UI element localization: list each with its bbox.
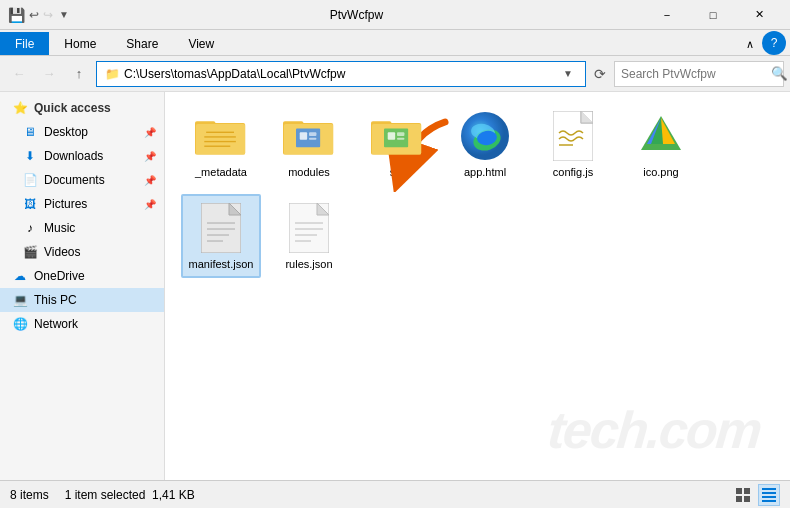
pictures-icon: 🖼 (22, 196, 38, 212)
file-item-apphtml[interactable]: app.html (445, 102, 525, 186)
svg-rect-55 (762, 492, 776, 494)
html-icon-apphtml (459, 110, 511, 162)
svg-rect-19 (397, 132, 404, 136)
sidebar-thispc-label: This PC (34, 293, 156, 307)
svg-rect-17 (384, 129, 408, 148)
svg-rect-10 (296, 129, 320, 148)
file-label-configjs: config.js (553, 166, 593, 178)
status-bar: 8 items 1 item selected 1,41 KB (0, 480, 790, 508)
sidebar-item-downloads[interactable]: ⬇ Downloads 📌 (0, 144, 164, 168)
view-buttons (732, 484, 780, 506)
redo-icon: ↪ (43, 8, 53, 22)
file-item-modules[interactable]: modules (269, 102, 349, 186)
thispc-icon: 💻 (12, 292, 28, 308)
files-grid: _metadata modules (181, 102, 774, 278)
back-button[interactable]: ← (6, 61, 32, 87)
pin-icon-downloads: 📌 (144, 151, 156, 162)
sidebar-item-music[interactable]: ♪ Music (0, 216, 164, 240)
sidebar-desktop-label: Desktop (44, 125, 136, 139)
svg-rect-51 (744, 488, 750, 494)
file-item-metadata[interactable]: _metadata (181, 102, 261, 186)
sidebar-network-label: Network (34, 317, 156, 331)
sidebar-item-network[interactable]: 🌐 Network (0, 312, 164, 336)
json-icon-rulesjson (283, 202, 335, 254)
search-box[interactable]: 🔍 (614, 61, 784, 87)
large-icons-view-button[interactable] (732, 484, 754, 506)
file-label-manifestjson: manifest.json (189, 258, 254, 270)
address-field[interactable] (124, 67, 559, 81)
minimize-button[interactable]: − (644, 0, 690, 30)
maximize-button[interactable]: □ (690, 0, 736, 30)
svg-rect-57 (762, 500, 776, 502)
sidebar-videos-label: Videos (44, 245, 156, 259)
pin-icon-pictures: 📌 (144, 199, 156, 210)
file-item-manifestjson[interactable]: manifest.json (181, 194, 261, 278)
ribbon-expand-icon[interactable]: ∧ (738, 34, 762, 55)
sidebar-item-videos[interactable]: 🎬 Videos (0, 240, 164, 264)
svg-rect-18 (388, 132, 395, 139)
save-icon: 💾 (8, 7, 25, 23)
file-label-modules: modules (288, 166, 330, 178)
title-bar: 💾 ↩ ↪ ▼ PtvWcfpw − □ ✕ (0, 0, 790, 30)
svg-rect-50 (736, 488, 742, 494)
tab-view[interactable]: View (173, 32, 229, 55)
file-item-configjs[interactable]: config.js (533, 102, 613, 186)
svg-rect-20 (397, 138, 404, 140)
music-icon: ♪ (22, 220, 38, 236)
json-icon-manifestjson (195, 202, 247, 254)
svg-rect-53 (744, 496, 750, 502)
sidebar-downloads-label: Downloads (44, 149, 136, 163)
address-bar: ← → ↑ 📁 ▼ ⟳ 🔍 (0, 56, 790, 92)
window-controls[interactable]: − □ ✕ (644, 0, 782, 30)
svg-rect-56 (762, 496, 776, 498)
tab-home[interactable]: Home (49, 32, 111, 55)
file-item-rulesjson[interactable]: rules.json (269, 194, 349, 278)
sidebar-quickaccess-label: Quick access (34, 101, 156, 115)
js-icon-configjs (547, 110, 599, 162)
watermark: tech.com (545, 400, 763, 460)
sidebar-item-thispc[interactable]: 💻 This PC (0, 288, 164, 312)
search-input[interactable] (621, 67, 771, 81)
item-count: 8 items (10, 488, 49, 502)
network-icon: 🌐 (12, 316, 28, 332)
tab-share[interactable]: Share (111, 32, 173, 55)
refresh-button[interactable]: ⟳ (590, 64, 610, 84)
sidebar-music-label: Music (44, 221, 156, 235)
quickaccess-star-icon: ⭐ (12, 100, 28, 116)
sidebar-item-pictures[interactable]: 🖼 Pictures 📌 (0, 192, 164, 216)
up-button[interactable]: ↑ (66, 61, 92, 87)
file-label-metadata: _metadata (195, 166, 247, 178)
sidebar-pictures-label: Pictures (44, 197, 136, 211)
documents-icon: 📄 (22, 172, 38, 188)
sidebar-item-desktop[interactable]: 🖥 Desktop 📌 (0, 120, 164, 144)
forward-button[interactable]: → (36, 61, 62, 87)
folder-icon-src (371, 110, 423, 162)
folder-icon-modules (283, 110, 335, 162)
pin-icon: 📌 (144, 127, 156, 138)
sidebar: ⭐ Quick access 🖥 Desktop 📌 ⬇ Downloads 📌… (0, 92, 165, 480)
address-input-box[interactable]: 📁 ▼ (96, 61, 586, 87)
svg-rect-13 (309, 138, 316, 140)
sidebar-section-quickaccess[interactable]: ⭐ Quick access (0, 96, 164, 120)
search-icon-button[interactable]: 🔍 (771, 66, 788, 81)
window-title: PtvWcfpw (69, 8, 644, 22)
file-item-src[interactable]: src (357, 102, 437, 186)
sidebar-item-onedrive[interactable]: ☁ OneDrive (0, 264, 164, 288)
svg-rect-52 (736, 496, 742, 502)
file-item-icopng[interactable]: ico.png (621, 102, 701, 186)
dropdown-icon[interactable]: ▼ (59, 9, 69, 20)
file-label-icopng: ico.png (643, 166, 678, 178)
pin-icon-documents: 📌 (144, 175, 156, 186)
help-button[interactable]: ? (762, 31, 786, 55)
address-chevron-icon[interactable]: ▼ (559, 68, 577, 79)
main-layout: ⭐ Quick access 🖥 Desktop 📌 ⬇ Downloads 📌… (0, 92, 790, 480)
details-view-button[interactable] (758, 484, 780, 506)
videos-icon: 🎬 (22, 244, 38, 260)
downloads-icon: ⬇ (22, 148, 38, 164)
onedrive-icon: ☁ (12, 268, 28, 284)
close-button[interactable]: ✕ (736, 0, 782, 30)
sidebar-item-documents[interactable]: 📄 Documents 📌 (0, 168, 164, 192)
tab-file[interactable]: File (0, 32, 49, 55)
sidebar-onedrive-label: OneDrive (34, 269, 156, 283)
file-label-src: src (390, 166, 405, 178)
